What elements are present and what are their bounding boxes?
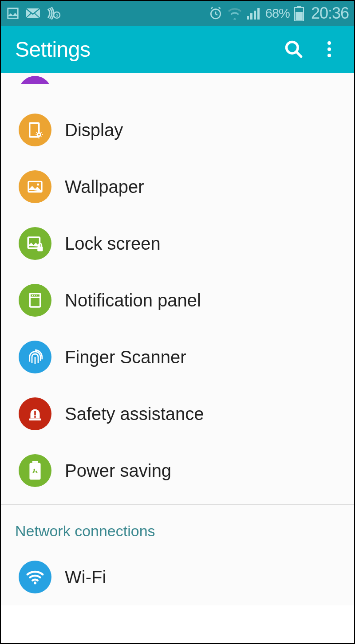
svg-point-18 bbox=[38, 134, 40, 135]
item-label: Finger Scanner bbox=[65, 347, 186, 367]
settings-item-wallpaper[interactable]: Wallpaper bbox=[1, 158, 354, 215]
status-right-icons: 68% 20:36 bbox=[209, 4, 349, 23]
settings-item-wifi[interactable]: Wi-Fi bbox=[1, 549, 354, 605]
svg-point-14 bbox=[327, 47, 331, 51]
item-label: Safety assistance bbox=[65, 404, 204, 424]
clock-text: 20:36 bbox=[311, 4, 349, 23]
svg-rect-29 bbox=[34, 411, 36, 416]
display-icon bbox=[19, 114, 51, 146]
svg-text:0: 0 bbox=[55, 13, 58, 18]
battery-icon bbox=[294, 6, 304, 21]
section-header-network: Network connections bbox=[1, 505, 354, 549]
status-bar: 0 68% 20:36 bbox=[1, 1, 354, 26]
item-label: Lock screen bbox=[65, 234, 161, 254]
svg-rect-22 bbox=[37, 247, 43, 251]
panel-icon bbox=[19, 284, 51, 317]
item-label: Wallpaper bbox=[65, 177, 144, 197]
lock-screen-icon bbox=[19, 227, 51, 260]
svg-rect-7 bbox=[254, 11, 256, 20]
settings-item-sounds[interactable]: Sounds and notifications bbox=[1, 73, 354, 84]
item-label: Wi-Fi bbox=[65, 567, 106, 587]
more-button[interactable] bbox=[312, 31, 347, 67]
svg-point-15 bbox=[327, 54, 331, 57]
search-button[interactable] bbox=[276, 31, 312, 67]
item-label: Power saving bbox=[65, 461, 171, 481]
svg-rect-5 bbox=[247, 16, 249, 20]
settings-item-notification-panel[interactable]: Notification panel bbox=[1, 272, 354, 329]
svg-rect-28 bbox=[29, 419, 41, 420]
svg-rect-31 bbox=[32, 461, 38, 463]
item-label: Display bbox=[65, 120, 123, 140]
settings-item-display[interactable]: Display bbox=[1, 102, 354, 158]
settings-item-power-saving[interactable]: Power saving bbox=[1, 442, 354, 499]
signal-icon bbox=[247, 7, 261, 20]
mail-icon bbox=[26, 8, 40, 18]
svg-rect-6 bbox=[250, 13, 252, 20]
page-title: Settings bbox=[15, 37, 276, 62]
alarm-icon bbox=[209, 6, 223, 20]
picture-icon bbox=[19, 170, 51, 203]
wifi-icon bbox=[227, 7, 242, 20]
item-label: Notification panel bbox=[65, 291, 201, 310]
settings-item-safety-assistance[interactable]: Safety assistance bbox=[1, 385, 354, 442]
hotspot-icon: 0 bbox=[46, 7, 61, 20]
svg-rect-30 bbox=[34, 416, 36, 418]
settings-list[interactable]: Sounds and notifications Display Wallpap… bbox=[1, 73, 354, 605]
wifi-icon bbox=[19, 561, 51, 593]
svg-point-20 bbox=[37, 184, 39, 186]
item-label: Sounds and notifications bbox=[65, 82, 258, 84]
battery-recycle-icon bbox=[19, 454, 51, 487]
svg-point-33 bbox=[34, 581, 36, 584]
fingerprint-icon bbox=[19, 341, 51, 373]
speaker-icon bbox=[19, 76, 51, 84]
app-bar: Settings bbox=[1, 26, 354, 73]
svg-rect-8 bbox=[257, 8, 260, 20]
emergency-icon bbox=[19, 397, 51, 430]
picture-icon bbox=[6, 7, 20, 20]
settings-item-lock-screen[interactable]: Lock screen bbox=[1, 215, 354, 272]
settings-item-finger-scanner[interactable]: Finger Scanner bbox=[1, 329, 354, 385]
battery-percent: 68% bbox=[265, 6, 290, 21]
status-left-icons: 0 bbox=[6, 7, 209, 20]
svg-rect-11 bbox=[296, 12, 303, 20]
svg-point-13 bbox=[327, 41, 331, 45]
svg-rect-0 bbox=[8, 8, 18, 19]
